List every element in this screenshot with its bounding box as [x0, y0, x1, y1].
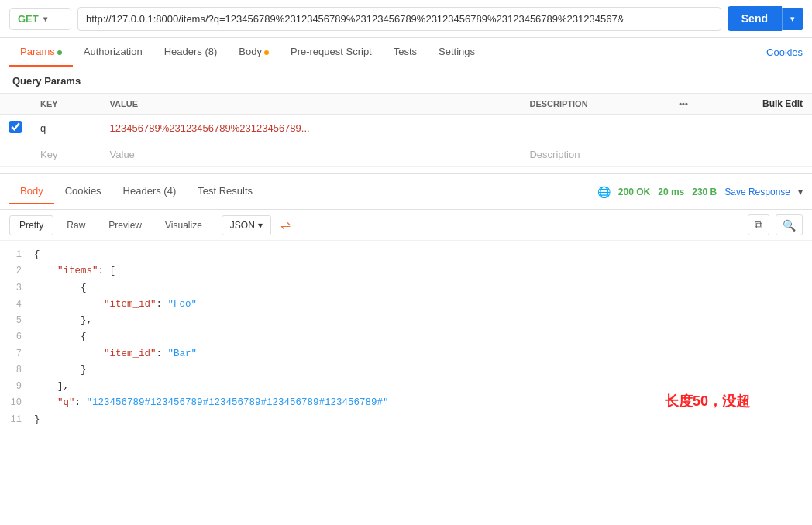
json-line-4: 4 "item_id": "Foo" [0, 297, 812, 313]
globe-icon: 🌐 [597, 186, 611, 198]
col-checkbox [0, 94, 31, 115]
body-dot [264, 50, 269, 55]
copy-button[interactable]: ⧉ [748, 214, 769, 235]
row-more[interactable] [668, 115, 699, 142]
comment: 长度50，没超 [665, 389, 750, 413]
filter-icon[interactable]: ⇌ [280, 218, 291, 232]
params-dot [57, 50, 62, 55]
response-tab-test-results[interactable]: Test Results [187, 179, 263, 204]
top-bar: GET ▾ Send ▾ [0, 0, 812, 38]
response-time: 20 ms [658, 187, 684, 197]
response-size: 230 B [692, 187, 717, 197]
tab-authorization[interactable]: Authorization [73, 38, 153, 67]
visualize-button[interactable]: Visualize [155, 215, 212, 235]
json-line-3: 3 { [0, 280, 812, 297]
json-line-11: 11 } [0, 412, 812, 428]
col-description: DESCRIPTION [520, 94, 668, 115]
pretty-button[interactable]: Pretty [9, 215, 53, 235]
format-type-select[interactable]: JSON ▾ [222, 215, 271, 235]
format-type-label: JSON [230, 220, 255, 231]
query-params-title: Query Params [0, 67, 812, 93]
method-chevron-icon: ▾ [43, 15, 47, 23]
table-row: q 123456789%23123456789%23123456789... [0, 115, 812, 142]
format-bar: Pretty Raw Preview Visualize JSON ▾ ⇌ ⧉ … [0, 210, 812, 241]
row-description[interactable] [520, 115, 668, 142]
response-tab-body[interactable]: Body [9, 179, 54, 204]
save-response-dropdown[interactable]: ▾ [798, 187, 803, 197]
col-key: KEY [31, 94, 101, 115]
row-key[interactable]: q [31, 115, 101, 142]
url-input[interactable] [77, 7, 721, 31]
status-code: 200 OK [618, 187, 650, 197]
format-actions: ⧉ 🔍 [748, 214, 803, 235]
raw-button[interactable]: Raw [57, 215, 95, 235]
preview-button[interactable]: Preview [98, 215, 152, 235]
tab-pre-request-script[interactable]: Pre-request Script [280, 38, 383, 67]
response-tab-headers[interactable]: Headers (4) [112, 179, 188, 204]
empty-more [668, 142, 699, 167]
col-bulk-edit[interactable]: Bulk Edit [699, 94, 812, 115]
json-line-1: 1 { [0, 247, 812, 263]
json-line-2: 2 "items": [ [0, 263, 812, 280]
row-value[interactable]: 123456789%23123456789%23123456789... [101, 115, 521, 142]
method-select[interactable]: GET ▾ [9, 8, 71, 30]
response-status: 🌐 200 OK 20 ms 230 B Save Response ▾ [597, 186, 803, 198]
row-checkbox-cell[interactable] [0, 115, 31, 142]
col-value: VALUE [101, 94, 521, 115]
response-tabs: Body Cookies Headers (4) Test Results 🌐 … [0, 174, 812, 210]
save-response-button[interactable]: Save Response [724, 187, 790, 197]
tab-tests[interactable]: Tests [383, 38, 428, 67]
tab-headers[interactable]: Headers (8) [153, 38, 229, 67]
json-line-6: 6 { [0, 329, 812, 345]
method-label: GET [18, 13, 39, 25]
empty-bulk [699, 142, 812, 167]
empty-checkbox-cell [0, 142, 31, 167]
tab-params[interactable]: Params [9, 38, 73, 67]
json-line-7: 7 "item_id": "Bar" [0, 346, 812, 362]
send-button-group: Send ▾ [728, 6, 803, 31]
empty-row: Key Value Description [0, 142, 812, 167]
json-line-10: 10 "q": "123456789#123456789#123456789#1… [0, 395, 812, 411]
col-more: ••• [668, 94, 699, 115]
json-viewer: 1 { 2 "items": [ 3 { 4 "item_id": "Foo" … [0, 241, 812, 434]
tab-body[interactable]: Body [228, 38, 280, 67]
send-dropdown-button[interactable]: ▾ [782, 8, 803, 30]
tab-settings[interactable]: Settings [428, 38, 486, 67]
empty-key[interactable]: Key [31, 142, 101, 167]
empty-description[interactable]: Description [520, 142, 668, 167]
request-tabs: Params Authorization Headers (8) Body Pr… [0, 38, 812, 67]
empty-value[interactable]: Value [101, 142, 521, 167]
json-line-5: 5 }, [0, 313, 812, 329]
response-tab-cookies[interactable]: Cookies [54, 179, 112, 204]
row-checkbox[interactable] [9, 121, 22, 133]
search-button[interactable]: 🔍 [776, 214, 803, 235]
json-line-8: 8 } [0, 362, 812, 379]
send-main-button[interactable]: Send [728, 6, 782, 31]
row-bulk [699, 115, 812, 142]
format-type-chevron: ▾ [258, 220, 263, 231]
params-table: KEY VALUE DESCRIPTION ••• Bulk Edit q 12… [0, 93, 812, 167]
cookies-link[interactable]: Cookies [766, 46, 803, 58]
